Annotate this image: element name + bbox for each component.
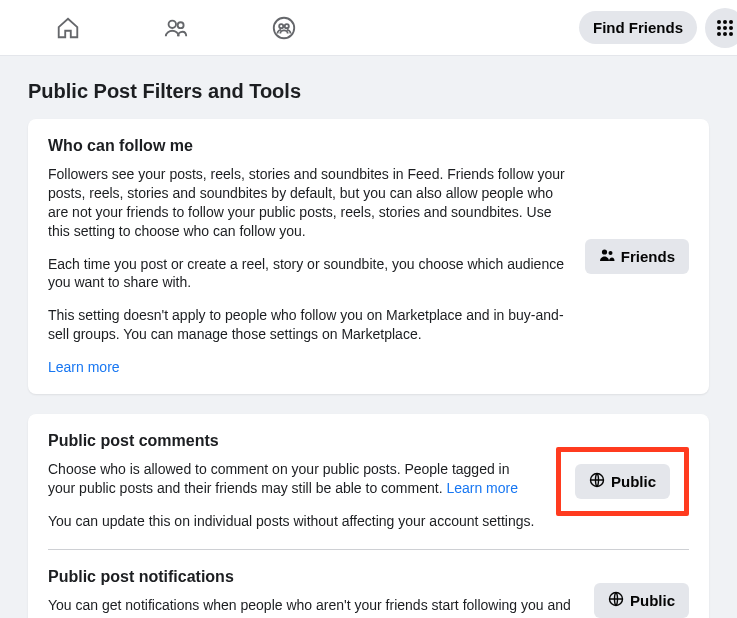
comments-audience-selector[interactable]: Public — [575, 464, 670, 499]
globe-icon — [608, 591, 624, 610]
card-who-can-follow: Who can follow me Followers see your pos… — [28, 119, 709, 394]
follow-audience-selector[interactable]: Friends — [585, 239, 689, 274]
notifications-audience-selector[interactable]: Public — [594, 583, 689, 618]
page-body: Public Post Filters and Tools Who can fo… — [0, 56, 737, 618]
comments-title: Public post comments — [48, 432, 540, 450]
follow-title: Who can follow me — [48, 137, 569, 155]
globe-icon — [589, 472, 605, 491]
groups-icon[interactable] — [270, 14, 298, 42]
section-public-notifications: Public post notifications You can get no… — [48, 568, 689, 618]
friends-icon[interactable] — [162, 14, 190, 42]
menu-grid-icon[interactable] — [705, 8, 737, 48]
follow-p2: Each time you post or create a reel, sto… — [48, 255, 569, 293]
section-divider — [48, 549, 689, 550]
topbar-right: Find Friends — [579, 8, 725, 48]
svg-point-14 — [602, 249, 607, 254]
svg-point-5 — [717, 20, 721, 24]
svg-point-12 — [723, 32, 727, 36]
notifications-p1: You can get notifications when people wh… — [48, 596, 578, 618]
nav-icons — [54, 14, 579, 42]
svg-point-8 — [717, 26, 721, 30]
svg-point-11 — [717, 32, 721, 36]
find-friends-button[interactable]: Find Friends — [579, 11, 697, 44]
comments-learn-more-link[interactable]: Learn more — [446, 480, 518, 496]
svg-point-4 — [285, 24, 289, 28]
comments-selector-label: Public — [611, 473, 656, 490]
follow-selector-label: Friends — [621, 248, 675, 265]
comments-p2: You can update this on individual posts … — [48, 512, 540, 531]
notifications-title: Public post notifications — [48, 568, 578, 586]
svg-point-0 — [169, 20, 176, 27]
svg-point-15 — [608, 251, 612, 255]
svg-point-9 — [723, 26, 727, 30]
notifications-selector-label: Public — [630, 592, 675, 609]
svg-point-13 — [729, 32, 733, 36]
friends-selector-icon — [599, 247, 615, 266]
svg-point-10 — [729, 26, 733, 30]
svg-point-2 — [274, 17, 294, 37]
follow-p3: This setting doesn't apply to people who… — [48, 306, 569, 344]
comments-p1: Choose who is allowed to comment on your… — [48, 460, 540, 498]
follow-learn-more-link[interactable]: Learn more — [48, 359, 120, 375]
section-public-comments: Public post comments Choose who is allow… — [48, 432, 689, 531]
svg-point-7 — [729, 20, 733, 24]
svg-point-6 — [723, 20, 727, 24]
top-navbar: Find Friends — [0, 0, 737, 56]
svg-point-1 — [178, 22, 184, 28]
page-title: Public Post Filters and Tools — [28, 80, 709, 103]
svg-point-3 — [279, 24, 283, 28]
follow-p1: Followers see your posts, reels, stories… — [48, 165, 569, 241]
home-icon[interactable] — [54, 14, 82, 42]
card-public-post: Public post comments Choose who is allow… — [28, 414, 709, 618]
comments-selector-highlight: Public — [556, 447, 689, 516]
